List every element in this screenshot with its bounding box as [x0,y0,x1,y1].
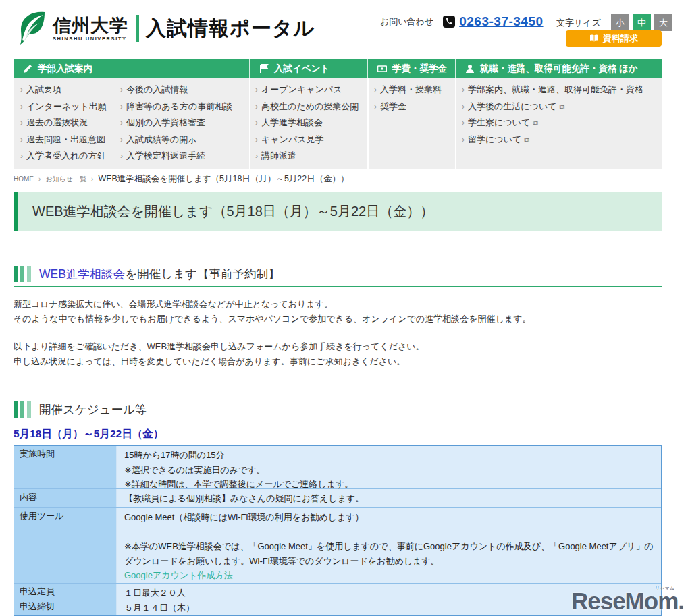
flag-icon [259,64,269,74]
menu-link[interactable]: ›過去の選抜状況 [20,118,107,128]
row-value: Google Meet（相談時にはWi-Fi環境の利用をお勧めします） ※本学の… [117,508,661,583]
menu-link-label: 高校生のための授業公開 [261,102,359,111]
table-row-time: 実施時間 15時から17時の間の15分 ※選択できるのは実施日のみです。 ※詳細… [14,446,661,489]
site-logo[interactable]: 信州大学 SHINSHU UNIVERSITY 入試情報ポータル [15,9,315,47]
menu-link[interactable]: ›大学進学相談会 [255,118,359,128]
page-title-banner: WEB進学相談会を開催します（5月18日（月）～5月22日（金）） [14,192,662,231]
arrow-icon: › [462,85,465,94]
menu-link[interactable]: ›講師派遣 [255,151,359,161]
google-account-guide-link[interactable]: Googleアカウント作成方法 [124,568,232,583]
menu-link[interactable]: ›留学について⧉ [462,135,643,144]
external-link-icon: ⧉ [524,135,529,144]
table-row-tool: 使用ツール Google Meet（相談時にはWi-Fi環境の利用をお勧めします… [14,508,661,584]
menu-link-label: 入学者受入れの方針 [26,151,106,161]
schedule-table: 実施時間 15時から17時の間の15分 ※選択できるのは実施日のみです。 ※詳細… [14,445,662,616]
nav-item-admission-guide[interactable]: 学部入試案内 [14,59,250,78]
row-value: 15時から17時の間の15分 ※選択できるのは実施日のみです。 ※詳細な時間は、… [117,446,661,488]
cell-line [124,525,654,540]
contact-row: お問い合わせ 0263-37-3450 [380,14,544,29]
main-navigation: 学部入試案内 入試イベント 学費・奨学金 就職・進路、取得可能免許・資格 ほか [14,59,662,78]
arrow-icon: › [20,102,23,111]
instructions-paragraph: 以下より詳細をご確認いただき、WEB進学相談会申し込みフォームから参加手続きを行… [14,339,662,368]
breadcrumb-home-link[interactable]: HOME [14,175,34,183]
arrow-icon: › [255,85,258,94]
menu-link-label: 奨学金 [380,102,406,111]
nav-item-label: 入試イベント [274,63,329,75]
cell-line: Google Meet（相談時にはWi-Fi環境の利用をお勧めします） [124,510,654,525]
menu-link[interactable]: ›個別の入学資格審査 [120,118,232,128]
site-title: 入試情報ポータル [146,15,315,43]
nav-item-admission-events[interactable]: 入試イベント [250,59,368,78]
menu-link-label: 入学料・授業料 [380,85,442,94]
site-header: 信州大学 SHINSHU UNIVERSITY 入試情報ポータル お問い合わせ … [0,0,688,59]
university-name-en: SHINSHU UNIVERSITY [53,36,128,42]
menu-link[interactable]: ›入試成績等の開示 [120,135,232,144]
menu-link-label: 留学について [468,135,521,144]
arrow-icon: › [462,118,465,128]
menu-group-admission-guide-col2: ›今後の入試情報 ›障害等のある方の事前相談 ›個別の入学資格審査 ›入試成績等… [120,85,232,168]
pencil-icon [23,64,32,74]
request-materials-button[interactable]: 資料請求 [566,30,662,47]
row-header: 実施時間 [14,446,117,488]
menu-link[interactable]: ›オープンキャンパス [255,85,359,94]
university-leaf-logo-icon [15,9,47,47]
university-name-block: 信州大学 SHINSHU UNIVERSITY [53,16,128,42]
row-value: 【教職員による個別相談】みなさんの疑問にお答えします。 [117,489,661,507]
section-heading-web-consultation: WEB進学相談会 を開催します【事前予約制】 [14,262,662,287]
menu-link[interactable]: ›入試要項 [20,85,107,94]
menu-group-tuition: ›入学料・授業料 ›奨学金 [374,85,442,118]
menu-link-label: キャンパス見学 [261,135,324,144]
phone-number-link[interactable]: 0263-37-3450 [459,14,543,29]
font-size-medium-button[interactable]: 中 [633,14,651,31]
arrow-icon: › [120,102,123,111]
menu-link[interactable]: ›過去問題・出題意図 [20,135,107,144]
resemom-watermark-kana: リセマム [655,585,674,592]
cell-line: ※選択できるのは実施日のみです。 [124,463,654,478]
menu-divider [115,78,115,169]
menu-link[interactable]: ›今後の入試情報 [120,85,232,94]
table-row-capacity: 申込定員 １日最大２０人 [14,584,661,598]
arrow-icon: › [374,102,377,111]
schedule-date-range: 5月18日（月）～5月22日（金） [14,427,163,441]
nav-item-tuition-scholarship[interactable]: 学費・奨学金 [368,59,456,78]
cell-line: 【教職員による個別相談】みなさんの疑問にお答えします。 [124,491,654,506]
row-header: 申込定員 [14,584,117,598]
menu-link[interactable]: ›高校生のための授業公開 [255,102,359,111]
menu-divider [455,78,456,169]
menu-link[interactable]: ›入学後の生活について⧉ [462,102,643,111]
request-materials-label: 資料請求 [603,32,638,45]
table-row-content: 内容 【教職員による個別相談】みなさんの疑問にお答えします。 [14,489,661,508]
font-size-controls: 文字サイズ 小 中 大 [556,14,672,31]
font-size-label: 文字サイズ [556,17,601,29]
menu-link[interactable]: ›奨学金 [374,102,442,111]
breadcrumb-list-link[interactable]: お知らせ一覧 [45,175,86,184]
external-link-icon: ⧉ [533,118,538,128]
menu-link-label: 入試成績等の開示 [126,135,196,144]
section-heading-link[interactable]: WEB進学相談会 [39,266,125,282]
nav-item-career-licenses[interactable]: 就職・進路、取得可能免許・資格 ほか [456,59,662,78]
paragraph-line: 新型コロナ感染拡大に伴い、会場形式進学相談会などが中止となっております。 [14,297,662,312]
menu-link[interactable]: ›入学検定料返還手続 [120,151,232,161]
university-name: 信州大学 [53,16,128,36]
arrow-icon: › [120,151,123,161]
menu-link[interactable]: ›インターネット出願 [20,102,107,111]
menu-link-label: 過去の選抜状況 [26,118,88,128]
menu-link[interactable]: ›学生寮について⧉ [462,118,643,128]
menu-link[interactable]: ›入学者受入れの方針 [20,151,107,161]
menu-link[interactable]: ›障害等のある方の事前相談 [120,102,232,111]
font-size-small-button[interactable]: 小 [611,14,629,31]
menu-group-admission-guide-col1: ›入試要項 ›インターネット出願 ›過去の選抜状況 ›過去問題・出題意図 ›入学… [20,85,107,168]
menu-link[interactable]: ›学部案内、就職・進路、取得可能免許・資格 [462,85,643,94]
arrow-icon: › [120,85,123,94]
menu-link[interactable]: ›キャンパス見学 [255,135,359,144]
font-size-large-button[interactable]: 大 [654,14,672,31]
intro-paragraph: 新型コロナ感染拡大に伴い、会場形式進学相談会などが中止となっております。 そのよ… [14,297,662,326]
cell-line: 15時から17時の間の15分 [124,448,654,463]
logo-divider [136,15,139,42]
menu-link-label: 講師派遣 [261,151,296,161]
section-heading-schedule: 開催スケジュール等 [14,397,662,422]
paragraph-line: 申し込み状況によっては、日時を変更していただく場合があります。事前にご承知おきく… [14,354,662,369]
menu-link-label: 入学後の生活について [468,102,557,111]
breadcrumb: HOME › お知らせ一覧 › WEB進学相談会を開催します（5月18日（月）～… [14,173,349,185]
menu-link[interactable]: ›入学料・授業料 [374,85,442,94]
